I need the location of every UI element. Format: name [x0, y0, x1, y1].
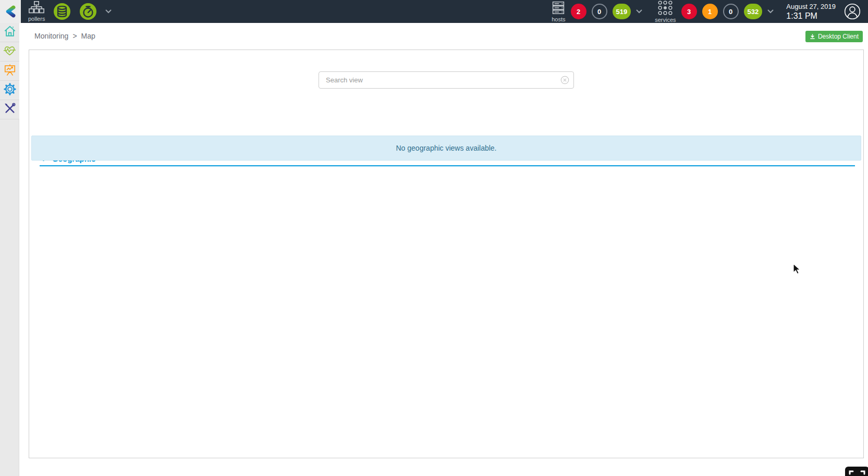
services-critical-badge[interactable]: 3 — [681, 4, 697, 19]
pollers-label: pollers — [28, 16, 45, 22]
hosts-menu[interactable]: hosts — [552, 1, 565, 22]
download-icon — [810, 33, 815, 40]
centreon-logo[interactable] — [0, 0, 21, 23]
services-dropdown-chevron-icon[interactable] — [767, 9, 774, 14]
poller-dropdown-chevron-icon[interactable] — [105, 9, 112, 14]
services-warning-badge[interactable]: 1 — [702, 4, 718, 19]
database-status-icon[interactable] — [53, 3, 71, 20]
gear-icon — [4, 83, 16, 97]
clock: August 27, 2019 1:31 PM — [786, 3, 836, 21]
screen-capture-icon — [845, 467, 868, 476]
breadcrumb-page[interactable]: Map — [81, 32, 95, 40]
topbar: pollers — [0, 0, 868, 23]
breadcrumb: Monitoring > Map — [34, 32, 95, 40]
pollers-icon — [29, 1, 44, 15]
heart-pulse-icon — [3, 44, 16, 59]
breadcrumb-section[interactable]: Monitoring — [34, 32, 68, 40]
desktop-client-button[interactable]: Desktop Client — [805, 31, 863, 42]
sidebar-item-administration[interactable] — [0, 100, 19, 119]
hosts-pending-badge[interactable]: 0 — [592, 4, 607, 19]
services-icon — [658, 1, 673, 16]
services-menu[interactable]: services — [655, 1, 676, 23]
sidebar-item-home[interactable] — [0, 23, 19, 42]
pollers-menu[interactable]: pollers — [28, 1, 45, 22]
search-view-wrap — [319, 71, 574, 89]
services-ok-badge[interactable]: 532 — [744, 4, 763, 19]
sidebar-item-monitoring[interactable] — [0, 42, 19, 62]
sidebar-item-configuration[interactable] — [0, 81, 19, 100]
latency-gauge-icon[interactable] — [79, 3, 97, 20]
services-pending-badge[interactable]: 0 — [723, 4, 739, 19]
tools-icon — [4, 102, 16, 117]
hosts-icon — [552, 1, 565, 16]
no-geographic-views-message: No geographic views available. — [396, 144, 497, 152]
main-content: Monitoring > Map Desktop Client — [19, 23, 868, 476]
map-views-panel: Standard Geographic + No geographic view… — [29, 50, 864, 458]
hosts-critical-badge[interactable]: 2 — [571, 4, 586, 19]
no-geographic-views-alert: No geographic views available. — [31, 136, 861, 161]
user-avatar-icon[interactable] — [844, 3, 861, 20]
screenshot-overlay-button[interactable] — [845, 467, 868, 476]
hosts-label: hosts — [552, 17, 565, 22]
presentation-chart-icon — [4, 64, 16, 78]
services-label: services — [655, 17, 676, 23]
current-date: August 27, 2019 — [786, 3, 836, 10]
hosts-ok-badge[interactable]: 519 — [613, 4, 631, 19]
clear-search-icon[interactable] — [560, 76, 569, 84]
breadcrumb-separator: > — [72, 32, 77, 40]
sidebar — [0, 23, 19, 476]
desktop-client-label: Desktop Client — [818, 33, 859, 40]
home-icon — [4, 25, 16, 40]
current-time: 1:31 PM — [786, 11, 836, 21]
search-view-input[interactable] — [319, 71, 574, 89]
sidebar-item-reporting[interactable] — [0, 62, 19, 81]
hosts-dropdown-chevron-icon[interactable] — [636, 9, 642, 14]
centreon-logo-icon — [4, 5, 17, 18]
